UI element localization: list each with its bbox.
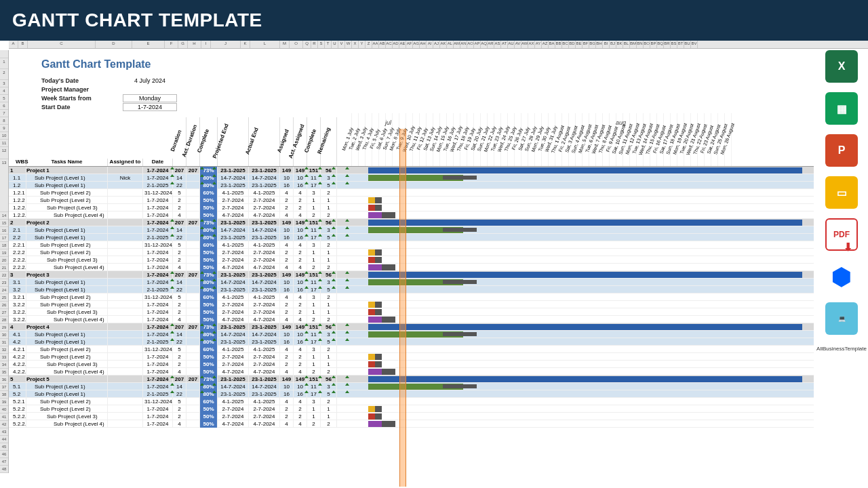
table-row[interactable]: 3.2.1Sub Project (Level 2)31-12-2024560%… <box>9 293 814 301</box>
table-row[interactable]: 2.2Sub Project (Level 1)2-1-20252280%23-… <box>9 234 814 241</box>
excel-icon[interactable]: X <box>825 50 858 83</box>
header-title: GANTT CHART TEMPLATE <box>12 9 262 30</box>
hdr-assign: Assigned to <box>108 159 143 166</box>
meta-start-value[interactable]: 1-7-2024 <box>123 103 177 111</box>
table-row[interactable]: 1.2.2.1Sub Project (Level 3)1-7-2024250%… <box>9 204 814 211</box>
today-marker <box>399 129 406 487</box>
table-row[interactable]: 2.2.1Sub Project (Level 2)31-12-2024560%… <box>9 241 814 249</box>
export-icons-sidebar: X ▦ P ▭ PDF⬇ ⬢ 💻 AllBusinessTemplate <box>819 50 864 352</box>
powerpoint-icon[interactable]: P <box>825 134 858 167</box>
table-row[interactable]: 5.1Sub Project (Level 1)1-7-20241480%14-… <box>9 383 814 390</box>
table-row[interactable]: 4.2Sub Project (Level 1)2-1-20252280%23-… <box>9 338 814 346</box>
allbusinesstemplates-icon[interactable]: 💻 <box>825 302 858 335</box>
grid-header-row: WBS Tasks Name Assigned to Date Duration… <box>9 114 814 167</box>
table-row[interactable]: 1Project 11-7-202420720773%23-1-202523-1… <box>9 167 814 174</box>
table-row[interactable]: 5.2.2.1Sub Project (Level 3)1-7-2024250%… <box>9 413 814 420</box>
table-row[interactable]: 2.1Sub Project (Level 1)1-7-20241480%14-… <box>9 226 814 234</box>
table-row[interactable]: 3.2.2.1Sub Project (Level 3)1-7-2024250%… <box>9 308 814 316</box>
page-header: GANTT CHART TEMPLATE <box>0 0 868 41</box>
table-row[interactable]: 3.2.2Sub Project (Level 2)1-7-2024250%2-… <box>9 301 814 308</box>
hdr-task: Tasks Name <box>26 159 108 166</box>
table-row[interactable]: 4.2.2.1.1Sub Project (Level 4)1-7-202445… <box>9 368 814 375</box>
table-row[interactable]: 3.2Sub Project (Level 1)2-1-20252280%23-… <box>9 286 814 293</box>
table-row[interactable]: 1.2.1Sub Project (Level 2)31-12-2024560%… <box>9 189 814 197</box>
meta-week-label: Week Starts from <box>41 95 123 102</box>
pdf-icon[interactable]: PDF⬇ <box>825 218 858 251</box>
table-row[interactable]: 1.2Sub Project (Level 1)2-1-20252280%23-… <box>9 182 814 189</box>
google-sheets-icon[interactable]: ▦ <box>825 92 858 125</box>
table-row[interactable]: 3.1Sub Project (Level 1)1-7-20241480%14-… <box>9 279 814 286</box>
dropbox-icon[interactable]: ⬢ <box>825 260 858 293</box>
table-row[interactable]: 1.2.2.1.1Sub Project (Level 4)1-7-202445… <box>9 211 814 219</box>
table-row[interactable]: 5.2.2Sub Project (Level 2)1-7-2024250%2-… <box>9 405 814 413</box>
table-row[interactable]: 2Project 21-7-202420720773%23-1-202523-1… <box>9 219 814 226</box>
table-row[interactable]: 4.2.2.1Sub Project (Level 3)1-7-2024250%… <box>9 361 814 368</box>
table-row[interactable]: 4.1Sub Project (Level 1)1-7-20241480%14-… <box>9 331 814 338</box>
table-row[interactable]: 4.2.2Sub Project (Level 2)1-7-2024250%2-… <box>9 353 814 361</box>
table-row[interactable]: 1.2.2Sub Project (Level 2)1-7-2024250%2-… <box>9 197 814 204</box>
table-row[interactable]: 5.2.2.1.1Sub Project (Level 4)1-7-202445… <box>9 420 814 428</box>
table-row[interactable]: 5.2.1Sub Project (Level 2)31-12-2024560%… <box>9 398 814 405</box>
meta-today-label: Today's Date <box>41 77 123 84</box>
footer-logo-text: AllBusinessTemplate <box>816 346 867 352</box>
spreadsheet-area: Gantt Chart Template Today's Date4 July … <box>9 50 814 488</box>
table-row[interactable]: 5Project 51-7-202420720773%23-1-202523-1… <box>9 375 814 383</box>
google-slides-icon[interactable]: ▭ <box>825 176 858 209</box>
meta-week-value[interactable]: Monday <box>123 94 177 102</box>
column-ruler: ABCDEFGHIJKLMOQRSTUVWXYZAAABACADAEAFAGAH… <box>9 41 868 49</box>
document-title: Gantt Chart Template <box>41 58 781 70</box>
meta-start-label: Start Date <box>41 104 123 110</box>
table-row[interactable]: 1.1Sub Project (Level 1)Nick1-7-20241480… <box>9 174 814 182</box>
table-row[interactable]: 3.2.2.1.1Sub Project (Level 4)1-7-202445… <box>9 316 814 323</box>
table-row[interactable]: 3Project 31-7-202420720773%23-1-202523-1… <box>9 271 814 279</box>
table-row[interactable]: 2.2.2Sub Project (Level 2)1-7-2024250%2-… <box>9 249 814 256</box>
meta-pm-label: Project Manager <box>41 86 123 93</box>
row-ruler: 1234567891011121314151617181920212223242… <box>0 50 9 473</box>
table-row[interactable]: 2.2.2.1.1Sub Project (Level 4)1-7-202445… <box>9 264 814 271</box>
gantt-grid: WBS Tasks Name Assigned to Date Duration… <box>9 114 814 428</box>
table-row[interactable]: 5.2Sub Project (Level 1)2-1-20252280%23-… <box>9 390 814 398</box>
table-row[interactable]: 2.2.2.1Sub Project (Level 3)1-7-2024250%… <box>9 256 814 264</box>
meta-today-value: 4 July 2024 <box>123 77 177 84</box>
table-row[interactable]: 4.2.1Sub Project (Level 2)31-12-2024560%… <box>9 346 814 353</box>
hdr-wbs: WBS <box>9 159 26 166</box>
table-row[interactable]: 4Project 41-7-202420720773%23-1-202523-1… <box>9 323 814 331</box>
